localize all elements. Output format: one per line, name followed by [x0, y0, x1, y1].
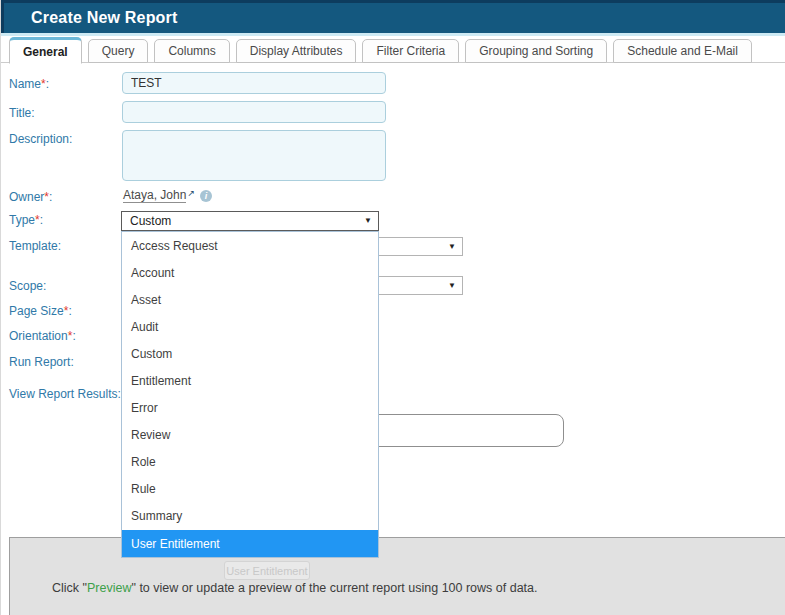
dropdown-option[interactable]: Audit — [122, 313, 378, 340]
label-run-report: Run Report: — [9, 355, 74, 369]
dropdown-option-highlighted[interactable]: User Entitlement — [122, 530, 378, 557]
user-entitlement-disabled-button[interactable]: User Entitlement — [224, 561, 310, 580]
label-name: Name*: — [9, 77, 49, 91]
page-title: Create New Report — [31, 3, 178, 33]
dropdown-option[interactable]: Account — [122, 259, 378, 286]
dropdown-option[interactable]: Rule — [122, 476, 378, 503]
hint-suffix: " to view or update a preview of the cur… — [131, 581, 537, 595]
dropdown-option[interactable]: Asset — [122, 286, 378, 313]
tab-display-attributes[interactable]: Display Attributes — [236, 39, 357, 63]
dropdown-option[interactable]: Error — [122, 395, 378, 422]
hint-preview-word: Preview — [87, 581, 131, 595]
external-link-icon: ↗ — [187, 188, 195, 198]
preview-hint-text: Click "Preview" to view or update a prev… — [52, 581, 538, 595]
chevron-down-icon: ▼ — [448, 243, 456, 251]
label-title: Title: — [9, 106, 35, 120]
description-textarea[interactable] — [122, 130, 386, 181]
dropdown-option[interactable]: Custom — [122, 340, 378, 367]
tab-schedule-and-email[interactable]: Schedule and E-Mail — [613, 39, 752, 63]
tab-columns[interactable]: Columns — [154, 39, 229, 63]
label-type: Type*: — [9, 213, 43, 227]
label-view-report-results: View Report Results: — [9, 387, 121, 401]
titlebar: Create New Report — [1, 3, 785, 33]
tab-grouping-and-sorting[interactable]: Grouping and Sorting — [465, 39, 607, 63]
hint-prefix: Click " — [52, 581, 87, 595]
owner-value-row: Ataya, John ↗ i — [123, 188, 212, 203]
label-description: Description: — [9, 132, 72, 146]
label-template: Template: — [9, 239, 61, 253]
info-icon[interactable]: i — [200, 190, 212, 202]
type-dropdown-list: Access Request Account Asset Audit Custo… — [121, 231, 379, 558]
dropdown-option[interactable]: Role — [122, 449, 378, 476]
name-input[interactable] — [122, 72, 386, 94]
type-select[interactable]: Custom ▼ — [121, 211, 379, 231]
chevron-down-icon: ▼ — [364, 217, 372, 225]
dropdown-option[interactable]: Summary — [122, 503, 378, 530]
tab-query[interactable]: Query — [88, 39, 149, 63]
dropdown-option[interactable]: Access Request — [122, 232, 378, 259]
tab-filter-criteria[interactable]: Filter Criteria — [362, 39, 459, 63]
tab-general[interactable]: General — [9, 37, 82, 64]
tab-bar: General Query Columns Display Attributes… — [9, 36, 752, 63]
label-scope: Scope: — [9, 279, 46, 293]
label-orientation: Orientation*: — [9, 329, 76, 343]
dropdown-option[interactable]: Entitlement — [122, 367, 378, 394]
title-input[interactable] — [122, 101, 386, 123]
create-new-report-panel: { "header": { "title": "Create New Repor… — [0, 0, 785, 615]
owner-link[interactable]: Ataya, John — [123, 188, 186, 203]
type-select-value: Custom — [130, 214, 171, 228]
label-page-size: Page Size*: — [9, 304, 72, 318]
chevron-down-icon: ▼ — [448, 282, 456, 290]
label-owner: Owner*: — [9, 190, 52, 204]
dropdown-option[interactable]: Review — [122, 422, 378, 449]
